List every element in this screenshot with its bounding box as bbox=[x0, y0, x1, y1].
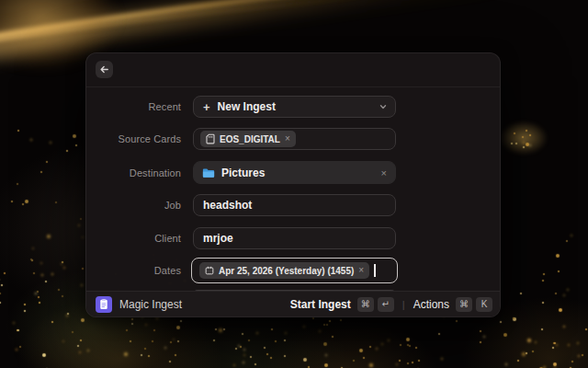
calendar-icon bbox=[205, 266, 214, 275]
date-tag-text: Apr 25, 2026 (Yesterday) (1455) bbox=[219, 266, 354, 276]
text-caret bbox=[374, 264, 376, 277]
dates-field[interactable]: Apr 25, 2026 (Yesterday) (1455) × bbox=[191, 258, 398, 283]
client-input[interactable]: mrjoe bbox=[193, 227, 396, 249]
recent-label: Recent bbox=[86, 101, 181, 112]
recent-select[interactable]: + New Ingest bbox=[193, 96, 396, 118]
start-ingest-label: Start Ingest bbox=[290, 298, 351, 311]
source-cards-label: Source Cards bbox=[86, 133, 181, 144]
dates-row: Dates Apr 25, 2026 (Yesterday) (1455) × bbox=[86, 258, 501, 283]
destination-value: Pictures bbox=[221, 167, 265, 179]
k-key-icon: K bbox=[476, 297, 492, 312]
source-cards-field[interactable]: EOS_DIGITAL × bbox=[193, 128, 396, 150]
cmd-key-icon: ⌘ bbox=[357, 297, 374, 312]
job-input[interactable]: headshot bbox=[193, 194, 396, 216]
return-key-icon: ↵ bbox=[378, 297, 394, 312]
back-arrow-icon bbox=[98, 63, 110, 75]
chevron-down-icon bbox=[379, 102, 388, 111]
recent-row: Recent + New Ingest bbox=[86, 96, 501, 118]
start-ingest-button[interactable]: Start Ingest ⌘ ↵ bbox=[290, 297, 394, 312]
footer-actions: Start Ingest ⌘ ↵ | Actions ⌘ K bbox=[290, 297, 492, 312]
dialog-footer: Magic Ingest Start Ingest ⌘ ↵ | Actions … bbox=[86, 291, 500, 316]
job-label: Job bbox=[86, 200, 181, 211]
screen: Recent + New Ingest Source Cards EOS_DIG… bbox=[0, 0, 588, 368]
destination-row: Destination Pictures × bbox=[86, 161, 501, 184]
app-name: Magic Ingest bbox=[119, 298, 182, 311]
date-tag[interactable]: Apr 25, 2026 (Yesterday) (1455) × bbox=[199, 262, 369, 279]
source-card-name: EOS_DIGITAL bbox=[220, 134, 280, 144]
ingest-manifest-icon bbox=[98, 298, 109, 310]
remove-date-icon[interactable]: × bbox=[358, 266, 364, 275]
dialog-header bbox=[86, 53, 500, 87]
dates-label: Dates bbox=[86, 265, 181, 276]
clear-destination-icon[interactable]: × bbox=[381, 167, 387, 178]
remove-source-card-icon[interactable]: × bbox=[285, 134, 290, 144]
plus-icon: + bbox=[203, 101, 210, 113]
source-cards-row: Source Cards EOS_DIGITAL × bbox=[86, 128, 501, 150]
actions-label: Actions bbox=[413, 298, 449, 311]
cmd-key-icon: ⌘ bbox=[456, 297, 472, 312]
client-row: Client mrjoe bbox=[86, 227, 501, 249]
back-button[interactable] bbox=[96, 61, 113, 78]
destination-field[interactable]: Pictures × bbox=[193, 161, 396, 184]
sd-card-icon bbox=[206, 133, 215, 144]
actions-button[interactable]: Actions ⌘ K bbox=[413, 297, 492, 312]
job-row: Job headshot bbox=[86, 194, 501, 216]
source-card-tag[interactable]: EOS_DIGITAL × bbox=[200, 131, 296, 147]
client-label: Client bbox=[86, 233, 181, 244]
footer-divider: | bbox=[402, 299, 405, 310]
magic-ingest-dialog: Recent + New Ingest Source Cards EOS_DIG… bbox=[85, 52, 501, 317]
app-badge bbox=[96, 296, 112, 313]
recent-value: New Ingest bbox=[218, 100, 276, 113]
folder-icon bbox=[202, 167, 215, 178]
destination-label: Destination bbox=[86, 167, 181, 178]
